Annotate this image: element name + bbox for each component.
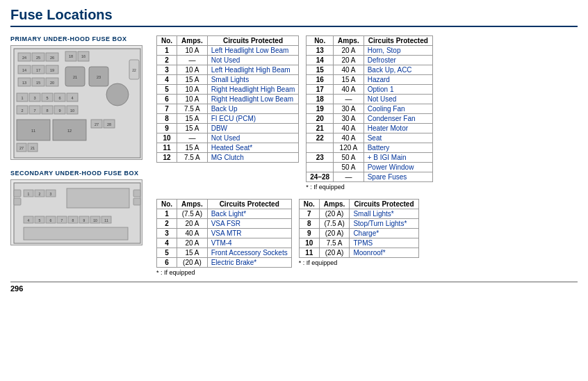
table-cell: 7.5 A — [319, 238, 350, 248]
table-cell: Condenser Fan — [364, 114, 432, 124]
table-cell: 8 — [157, 114, 177, 124]
table-cell: Spare Fuses — [364, 172, 432, 182]
table-cell: 120 A — [334, 143, 364, 153]
table-cell: + B IGI Main — [364, 153, 432, 163]
table-cell: 22 — [307, 133, 334, 143]
svg-text:11: 11 — [31, 129, 35, 133]
svg-text:1: 1 — [28, 192, 30, 196]
table-cell: 50 A — [334, 153, 364, 163]
table-cell: (20 A) — [319, 229, 350, 238]
table-cell: Moonroof* — [350, 248, 418, 258]
svg-point-29 — [106, 83, 129, 106]
table-cell: 50 A — [334, 163, 364, 172]
table-cell: VSA FSR — [207, 219, 291, 229]
table3-container: No. Amps. Circuits Protected 1(7.5 A)Bac… — [156, 199, 292, 276]
table-cell: 5 — [157, 248, 177, 258]
table-cell: 17 — [307, 85, 334, 95]
table-cell: VTM-4 — [207, 238, 291, 248]
table-cell: 7 — [299, 209, 319, 219]
table-cell: 11 — [299, 248, 319, 258]
t4-h-no: No. — [299, 200, 319, 209]
table-cell: Stop/Turn Lights* — [350, 219, 418, 229]
svg-text:2: 2 — [39, 192, 41, 196]
table-cell: Left Headlight Low Beam — [207, 46, 299, 56]
svg-text:26: 26 — [50, 56, 54, 60]
table-cell: 24–28 — [307, 172, 334, 182]
table1-container: No. Amps. Circuits Protected 110 ALeft H… — [156, 35, 299, 190]
svg-text:10: 10 — [70, 108, 74, 113]
table-cell: 6 — [157, 95, 177, 104]
table-cell: 15 A — [334, 75, 364, 85]
table-cell: 1 — [157, 209, 177, 219]
svg-rect-64 — [14, 198, 21, 205]
t4-h-amps: Amps. — [319, 200, 350, 209]
table-cell: Cooling Fan — [364, 104, 432, 114]
table-cell: Not Used — [207, 133, 299, 143]
svg-text:5: 5 — [46, 96, 48, 100]
note-equipped-2: * : If equipped — [156, 269, 292, 276]
table-cell: 10 A — [177, 65, 208, 75]
table-cell: 21 — [307, 124, 334, 133]
table-cell: Front Accessory Sockets — [207, 248, 291, 258]
right-column: No. Amps. Circuits Protected 110 ALeft H… — [156, 35, 578, 276]
table-cell: 20 A — [334, 56, 364, 65]
table-cell: 2 — [157, 56, 177, 65]
table-cell: 16 — [307, 75, 334, 85]
secondary-fuse-box-diagram: 1 2 3 4 5 6 7 8 9 10 — [10, 179, 142, 245]
svg-text:9: 9 — [83, 218, 85, 222]
table-cell: 7.5 A — [177, 104, 208, 114]
svg-text:28: 28 — [107, 122, 111, 127]
top-tables-row: No. Amps. Circuits Protected 110 ALeft H… — [156, 35, 578, 190]
table-cell: 15 A — [177, 114, 208, 124]
svg-text:12: 12 — [67, 129, 72, 133]
table-cell: VSA MTR — [207, 229, 291, 238]
table-cell: 30 A — [334, 114, 364, 124]
secondary-fuse-svg: 1 2 3 4 5 6 7 8 9 10 — [11, 180, 143, 246]
svg-text:2: 2 — [21, 108, 23, 113]
table-cell: 7 — [157, 104, 177, 114]
table-cell: 30 A — [334, 104, 364, 114]
table-cell: Left Headlight High Beam — [207, 65, 299, 75]
svg-text:9: 9 — [58, 108, 60, 113]
table-cell: MG Clutch — [207, 153, 299, 163]
table-cell: 2 — [157, 219, 177, 229]
svg-text:23: 23 — [97, 75, 101, 79]
table-cell: Horn, Stop — [364, 46, 432, 56]
table-cell: Seat — [364, 133, 432, 143]
table-cell: Option 1 — [364, 85, 432, 95]
table-cell: 3 — [157, 229, 177, 238]
t1-h-no: No. — [157, 36, 177, 46]
table-cell: Heater Motor — [364, 124, 432, 133]
table-cell: 10 — [157, 133, 177, 143]
table-cell: TPMS — [350, 238, 418, 248]
table-cell: 40 A — [334, 65, 364, 75]
table-cell: DBW — [207, 124, 299, 133]
table-cell: 15 — [307, 65, 334, 75]
table2-container: No. Amps. Circuits Protected 1320 AHorn,… — [306, 35, 433, 190]
table-cell: (20 A) — [177, 258, 208, 268]
table-cell: 3 — [157, 65, 177, 75]
secondary-label: SECONDARY UNDER-HOOD FUSE BOX — [10, 170, 149, 177]
table-cell: Heated Seat* — [207, 143, 299, 153]
primary-fuse-svg: 24 25 26 18 16 22 14 17 19 — [11, 46, 143, 161]
svg-text:27: 27 — [19, 146, 24, 150]
table-cell: 10 A — [177, 95, 208, 104]
table4: No. Amps. Circuits Protected 7(20 A)Smal… — [299, 199, 419, 258]
table-cell: 18 — [307, 95, 334, 104]
table-cell: Battery — [364, 143, 432, 153]
t1-h-circuits: Circuits Protected — [207, 36, 299, 46]
table-cell: 14 — [307, 56, 334, 65]
svg-text:16: 16 — [81, 54, 85, 58]
svg-text:24: 24 — [22, 56, 26, 60]
table-cell: 20 A — [334, 46, 364, 56]
table-cell: Right Headlight Low Beam — [207, 95, 299, 104]
table-cell: Power Window — [364, 163, 432, 172]
table-cell: 9 — [157, 124, 177, 133]
page-title: Fuse Locations — [10, 7, 578, 27]
table-cell: 23 — [307, 153, 334, 163]
table-cell: Small Lights* — [350, 209, 418, 219]
svg-text:21: 21 — [31, 146, 35, 150]
table-cell: (7.5 A) — [177, 209, 208, 219]
table-cell: Back Up, ACC — [364, 65, 432, 75]
table-cell: 20 A — [177, 219, 208, 229]
